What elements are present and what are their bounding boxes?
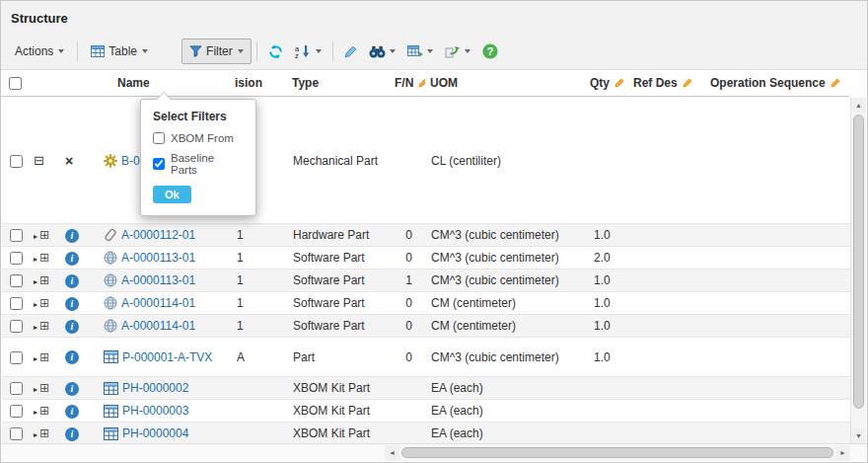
qty-cell: 1.0 <box>586 319 629 333</box>
related-objects-button[interactable] <box>439 40 476 63</box>
horizontal-scroll-thumb[interactable] <box>401 447 833 458</box>
uom-cell: EA (each) <box>426 426 586 440</box>
revision-cell: 1 <box>231 296 288 310</box>
row-checkbox[interactable] <box>10 155 23 168</box>
revision-cell: A <box>231 350 288 364</box>
information-icon[interactable] <box>65 405 79 419</box>
edit-pencil-icon[interactable] <box>418 78 425 88</box>
part-link[interactable]: A-0000113-01 <box>121 251 195 265</box>
expand-toggle[interactable] <box>28 273 59 287</box>
column-name[interactable]: Name <box>84 76 230 90</box>
checkbox-cell <box>2 349 28 363</box>
expand-toggle[interactable] <box>28 350 59 364</box>
refresh-button[interactable] <box>262 39 289 64</box>
filter-option-label: Baseline Parts <box>171 152 244 176</box>
row-checkbox[interactable] <box>10 297 23 310</box>
scroll-right-arrow[interactable] <box>835 445 850 461</box>
edit-pencil-icon[interactable] <box>831 78 840 88</box>
part-link[interactable]: PH-0000002 <box>122 381 188 395</box>
column-qty[interactable]: Qty <box>585 76 628 90</box>
expand-arrow-icon <box>34 404 37 418</box>
column-revision[interactable]: ision <box>230 76 287 90</box>
type-cell: XBOM Kit Part <box>288 426 391 440</box>
row-checkbox[interactable] <box>10 229 23 242</box>
part-link[interactable]: P-000001-A-TVX <box>122 350 212 364</box>
expand-toggle[interactable] <box>28 251 59 265</box>
information-icon[interactable] <box>65 252 79 266</box>
edit-pencil-icon[interactable] <box>683 78 692 88</box>
information-icon[interactable] <box>65 427 79 441</box>
part-link[interactable]: PH-0000003 <box>122 404 188 418</box>
info-cell <box>59 228 85 243</box>
vertical-scrollbar[interactable] <box>850 98 866 443</box>
information-icon[interactable] <box>65 229 79 243</box>
expand-toggle[interactable] <box>28 296 59 310</box>
qty-cell: 1.0 <box>586 350 629 364</box>
information-icon[interactable] <box>65 350 79 364</box>
ok-button[interactable]: Ok <box>153 186 191 203</box>
baseline-parts-checkbox[interactable] <box>153 158 165 170</box>
expand-toggle[interactable] <box>28 319 59 333</box>
part-link[interactable]: B-0 <box>121 154 140 168</box>
xbom-from-checkbox[interactable] <box>153 132 165 144</box>
row-checkbox[interactable] <box>10 427 23 440</box>
row-checkbox[interactable] <box>10 274 23 287</box>
information-icon[interactable] <box>65 297 79 311</box>
filter-popup: Select Filters XBOM From Baseline Parts … <box>140 99 256 216</box>
table-label: Table <box>108 44 137 58</box>
column-uom[interactable]: UOM <box>425 76 585 90</box>
row-checkbox[interactable] <box>10 320 23 333</box>
column-opseq[interactable]: Operation Sequence <box>705 76 849 90</box>
vertical-scroll-thumb[interactable] <box>853 115 864 409</box>
edit-pencil-icon[interactable] <box>615 78 624 88</box>
expand-toggle[interactable] <box>28 404 59 418</box>
table-row: A-0000114-01 1 Software Part 0 CM (centi… <box>2 292 850 315</box>
edit-button[interactable] <box>338 40 363 63</box>
part-link[interactable]: PH-0000004 <box>122 426 188 440</box>
collapse-toggle[interactable] <box>28 154 59 168</box>
filter-menu-button[interactable]: Filter <box>181 39 252 64</box>
row-checkbox[interactable] <box>10 382 23 395</box>
expand-toggle[interactable] <box>28 381 59 395</box>
select-all-cell <box>1 76 27 90</box>
scroll-up-arrow[interactable] <box>851 98 866 113</box>
column-fn[interactable]: F/N <box>390 76 425 90</box>
row-checkbox[interactable] <box>10 405 23 418</box>
expand-arrow-icon <box>34 296 37 310</box>
table-menu-button[interactable]: Table <box>83 39 156 64</box>
information-icon[interactable] <box>65 320 79 334</box>
export-button[interactable] <box>401 40 439 63</box>
expand-arrow-icon <box>34 381 37 395</box>
part-link[interactable]: A-0000112-01 <box>121 228 195 242</box>
filter-option-baseline-parts[interactable]: Baseline Parts <box>153 152 244 176</box>
row-checkbox[interactable] <box>10 351 23 364</box>
expand-toggle[interactable] <box>28 228 59 242</box>
sort-button[interactable] <box>289 39 327 63</box>
name-cell: A-0000113-01 <box>85 273 231 287</box>
find-button[interactable] <box>363 40 401 63</box>
checkbox-cell <box>2 319 28 333</box>
part-link[interactable]: A-0000114-01 <box>121 296 195 310</box>
help-button[interactable] <box>476 39 504 64</box>
column-type[interactable]: Type <box>287 76 390 90</box>
actions-menu-button[interactable]: Actions <box>7 39 72 64</box>
name-cell: PH-0000003 <box>85 404 231 418</box>
select-all-checkbox[interactable] <box>9 77 22 90</box>
information-icon[interactable] <box>65 274 79 288</box>
part-link[interactable]: A-0000114-01 <box>121 319 195 333</box>
checkbox-cell <box>2 381 28 395</box>
column-label: ision <box>235 76 262 90</box>
part-link[interactable]: A-0000113-01 <box>121 273 195 287</box>
uom-cell: CM^3 (cubic centimeter) <box>426 350 586 364</box>
scroll-down-arrow[interactable] <box>851 428 866 443</box>
information-icon[interactable] <box>65 382 79 396</box>
expand-arrow-icon <box>34 251 37 265</box>
column-label: Type <box>292 76 319 90</box>
remove-x-icon[interactable] <box>65 155 73 169</box>
scroll-left-arrow[interactable] <box>385 445 399 461</box>
row-checkbox[interactable] <box>10 252 23 265</box>
expand-toggle[interactable] <box>28 426 59 440</box>
horizontal-scrollbar[interactable] <box>385 445 850 461</box>
column-refdes[interactable]: Ref Des <box>628 76 705 90</box>
filter-option-xbom-from[interactable]: XBOM From <box>153 132 244 144</box>
